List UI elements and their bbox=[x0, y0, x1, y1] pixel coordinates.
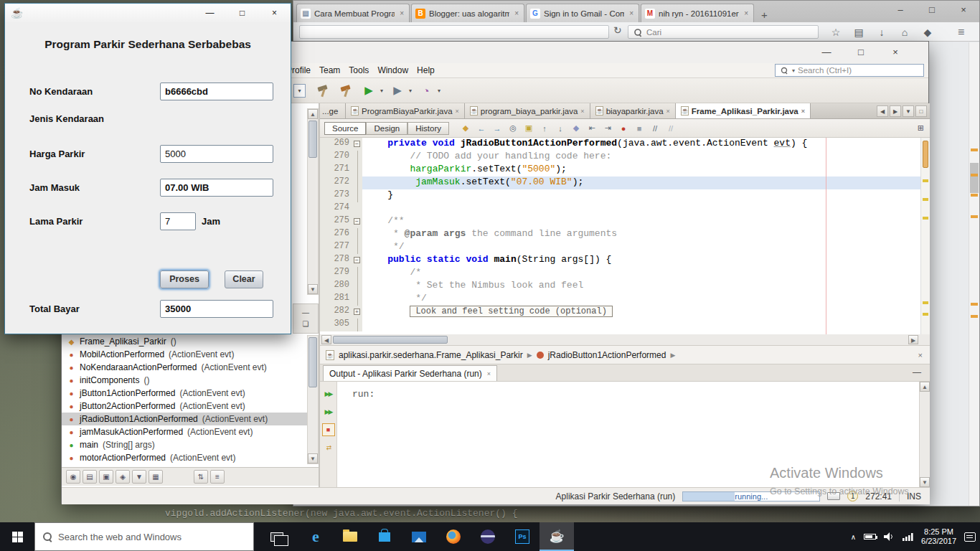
scroll-right-button[interactable]: ▶ bbox=[908, 335, 918, 344]
comment-icon[interactable]: // bbox=[649, 122, 661, 135]
start-button[interactable] bbox=[0, 522, 34, 551]
editor-tab[interactable]: ☕ProgramBiayaParkir.java× bbox=[346, 103, 465, 118]
edge-button[interactable]: e bbox=[298, 522, 333, 551]
navigator-item[interactable]: ●initComponents() bbox=[62, 374, 307, 387]
parking-app-window[interactable]: ☕ — □ × Program Parkir Sederhana Serbabe… bbox=[4, 3, 291, 334]
eclipse-button[interactable] bbox=[471, 522, 505, 551]
breadcrumb-item[interactable]: jRadioButton1ActionPerformed bbox=[548, 350, 666, 360]
scroll-tabs-right-button[interactable]: ▶ bbox=[890, 105, 901, 117]
code-line[interactable]: 281 */ bbox=[320, 293, 930, 306]
tab-list-button[interactable]: ▼ bbox=[903, 105, 914, 117]
navigator-item[interactable]: ●MobilActionPerformed(ActionEvent evt) bbox=[62, 348, 307, 361]
navigator-item[interactable]: ●motorActionPerformed(ActionEvent evt) bbox=[62, 451, 307, 464]
run-project-button[interactable]: ▶ bbox=[360, 82, 377, 99]
volume-icon[interactable] bbox=[884, 532, 895, 541]
notifications-badge[interactable]: 1 bbox=[847, 491, 858, 501]
close-button[interactable]: × bbox=[880, 43, 911, 63]
battery-icon[interactable] bbox=[864, 534, 876, 540]
maximize-button[interactable]: □ bbox=[916, 1, 948, 19]
editor-horizontal-scrollbar[interactable]: ◀ ▶ bbox=[320, 334, 930, 346]
store-button[interactable] bbox=[367, 522, 402, 551]
close-button[interactable]: × bbox=[948, 1, 979, 19]
shift-line-left-icon[interactable]: ⇤ bbox=[585, 122, 598, 135]
stop-macro-recording-icon[interactable]: ■ bbox=[633, 122, 646, 135]
navigator-item[interactable]: ●jamMasukActionPerformed(ActionEvent evt… bbox=[62, 425, 307, 438]
code-line[interactable]: 269− private void jRadioButton1ActionPer… bbox=[320, 138, 930, 151]
photoshop-button[interactable]: Ps bbox=[505, 522, 540, 551]
view-toggle-source[interactable]: Source bbox=[324, 122, 366, 135]
tab-close-icon[interactable]: × bbox=[743, 9, 750, 17]
close-breadcrumb-icon[interactable]: × bbox=[918, 351, 923, 359]
browser-tab[interactable]: GSign in to Gmail - Comp...× bbox=[526, 4, 639, 22]
code-fold-toggle[interactable]: − bbox=[354, 218, 360, 225]
jam-masuk-field[interactable]: 07.00 WIB bbox=[160, 179, 273, 197]
code-line[interactable]: 270 // TODO add your handling code here: bbox=[320, 151, 930, 164]
back-icon[interactable]: ← bbox=[475, 122, 488, 135]
clear-button[interactable]: Clear bbox=[225, 270, 263, 288]
browser-search-field[interactable]: Cari bbox=[628, 25, 819, 39]
stop-build-button[interactable]: ■ bbox=[322, 423, 335, 436]
sort-by-source-icon[interactable]: ≡ bbox=[210, 470, 225, 484]
firefox-button[interactable] bbox=[436, 522, 471, 551]
code-fold-toggle[interactable]: + bbox=[354, 309, 360, 315]
lama-parkir-field[interactable]: 7 bbox=[160, 212, 196, 230]
code-line[interactable]: 273 } bbox=[320, 189, 930, 202]
output-options-button[interactable]: ⇄ bbox=[322, 441, 335, 454]
show-non-public-icon[interactable]: ◈ bbox=[116, 470, 130, 484]
show-inner-classes-icon[interactable]: ▣ bbox=[99, 470, 113, 484]
bookmark-star-icon[interactable]: ☆ bbox=[830, 27, 842, 38]
scrollbar-thumb[interactable] bbox=[308, 337, 317, 387]
new-tab-button[interactable]: + bbox=[754, 9, 775, 22]
last-edit-location-icon[interactable]: ◆ bbox=[459, 122, 472, 135]
action-center-icon[interactable] bbox=[964, 532, 976, 542]
build-project-button[interactable] bbox=[314, 82, 331, 99]
toggle-highlight-icon[interactable]: ▣ bbox=[522, 122, 535, 135]
editor-tab[interactable]: ☕biayaparkir.java× bbox=[590, 103, 676, 118]
taskbar-search-box[interactable]: Search the web and Windows bbox=[34, 522, 254, 551]
browser-menu-icon[interactable]: ≡ bbox=[958, 22, 964, 42]
no-kendaraan-field[interactable]: b6666cbd bbox=[160, 83, 273, 100]
show-inherited-icon[interactable]: ◉ bbox=[66, 470, 80, 484]
show-static-icon[interactable]: ▼ bbox=[132, 470, 146, 484]
toggle-bookmark-icon[interactable]: ◆ bbox=[570, 122, 583, 135]
harga-parkir-field[interactable]: 5000 bbox=[160, 145, 273, 163]
scroll-tabs-left-button[interactable]: ◀ bbox=[877, 105, 888, 117]
downloads-icon[interactable]: ↓ bbox=[876, 27, 887, 38]
navigator-item[interactable]: ●jButton2ActionPerformed(ActionEvent evt… bbox=[62, 400, 307, 413]
refresh-icon[interactable]: ↻ bbox=[613, 24, 622, 36]
show-source-icon[interactable]: ▦ bbox=[149, 470, 163, 484]
view-toggle-history[interactable]: History bbox=[407, 122, 449, 135]
output-scrollbar[interactable]: ▲ ▼ bbox=[919, 382, 930, 487]
minimize-button[interactable]: — bbox=[811, 43, 842, 63]
photos-button[interactable] bbox=[402, 522, 436, 551]
navigator-item[interactable]: ●jButton1ActionPerformed(ActionEvent evt… bbox=[62, 387, 307, 400]
navigator-item[interactable]: ●main(String[] args) bbox=[62, 438, 307, 451]
view-toggle-design[interactable]: Design bbox=[366, 122, 407, 135]
code-line[interactable]: 271 hargaParkir.setText("5000"); bbox=[320, 164, 930, 176]
menu-item-window[interactable]: Window bbox=[373, 65, 413, 75]
code-fold-toggle[interactable]: − bbox=[354, 141, 360, 147]
scrollbar-thumb[interactable] bbox=[970, 163, 979, 193]
code-fold-toggle[interactable]: − bbox=[354, 257, 360, 263]
editor-tab[interactable]: ...ge bbox=[320, 103, 346, 118]
code-line[interactable]: 275− /** bbox=[320, 215, 930, 228]
editor-tab[interactable]: ☕program_biaya_parkir.java× bbox=[465, 103, 590, 118]
projects-scrollbar[interactable]: ▲ ▼ bbox=[307, 108, 319, 295]
code-line[interactable]: 274 bbox=[320, 202, 930, 215]
forward-icon[interactable]: → bbox=[491, 122, 504, 135]
netbeans-java-button[interactable]: ☕ bbox=[540, 522, 574, 551]
tab-close-icon[interactable]: × bbox=[513, 9, 520, 17]
minimize-panel-button[interactable]: — bbox=[302, 309, 309, 316]
start-macro-recording-icon[interactable]: ● bbox=[617, 122, 630, 135]
maximize-editor-button[interactable]: □ bbox=[915, 105, 927, 117]
code-line[interactable]: 279 /* bbox=[320, 267, 930, 280]
sort-alphabetically-icon[interactable]: ⇅ bbox=[194, 470, 208, 484]
menu-item-team[interactable]: Team bbox=[315, 65, 344, 75]
tab-close-icon[interactable]: × bbox=[580, 108, 584, 115]
browser-tab[interactable]: ▤Cara Membuat Program× bbox=[296, 4, 410, 22]
maximize-button[interactable]: □ bbox=[845, 43, 877, 63]
editor-error-stripe[interactable] bbox=[920, 138, 930, 334]
maximize-button[interactable]: □ bbox=[226, 8, 258, 18]
debug-project-button-dropdown[interactable]: ▾ bbox=[409, 88, 412, 94]
next-bookmark-icon[interactable]: ↓ bbox=[554, 122, 567, 135]
